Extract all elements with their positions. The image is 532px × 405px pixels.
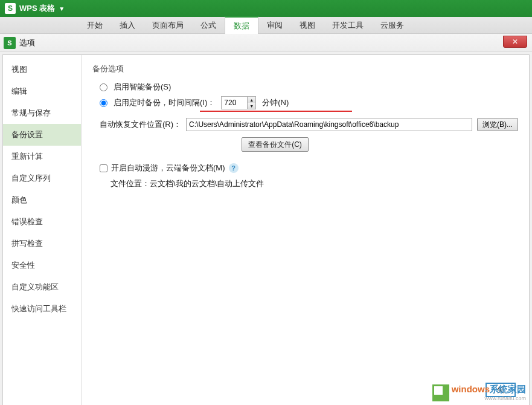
ribbon-tab[interactable]: 开发工具 [324,17,372,34]
recover-path-input[interactable] [186,118,472,131]
ribbon-tab[interactable]: 审阅 [258,17,291,34]
app-title: WPS 表格 [19,3,55,14]
options-content: 备份选项 启用智能备份(S) 启用定时备份，时间间隔(I)： ▲ ▼ 分钟(N)… [82,55,529,405]
roaming-label[interactable]: 开启自动漫游，云端备份文档(M) [111,163,225,173]
spinner-down-icon[interactable]: ▼ [248,103,255,109]
timed-backup-label[interactable]: 启用定时备份，时间间隔(I)： [114,97,215,108]
sidebar-item[interactable]: 自定义功能区 [3,276,81,298]
cloud-path-text: 文件位置：云文档\我的云文档\自动上传文件 [111,178,518,189]
spinner-up-icon[interactable]: ▲ [248,97,255,103]
dialog-header: S 选项 ✕ [0,34,532,52]
dialog-close-button[interactable]: ✕ [503,36,527,48]
dialog-icon: S [4,37,16,49]
view-backup-row: 查看备份文件(C) [32,137,518,152]
interval-input[interactable] [222,97,247,109]
roaming-checkbox[interactable] [100,164,107,172]
sidebar-item[interactable]: 颜色 [3,189,81,211]
ribbon-tab[interactable]: 公式 [192,17,225,34]
sidebar-item[interactable]: 视图 [3,59,81,80]
roaming-row: 开启自动漫游，云端备份文档(M) ? [100,163,518,173]
app-titlebar: S WPS 表格 ▼ [0,0,532,17]
bottom-button[interactable]: 矢 [486,383,516,397]
sidebar-item[interactable]: 安全性 [3,254,81,276]
dialog-body: 视图编辑常规与保存备份设置重新计算自定义序列颜色错误检查拼写检查安全性自定义功能… [2,54,530,405]
sidebar-item[interactable]: 错误检查 [3,211,81,233]
sidebar-item[interactable]: 编辑 [3,80,81,102]
help-icon[interactable]: ? [229,163,239,173]
ribbon-tab[interactable]: 开始 [79,17,111,34]
ribbon-tab[interactable]: 数据 [225,16,258,34]
sidebar-item[interactable]: 常规与保存 [3,102,81,124]
options-sidebar: 视图编辑常规与保存备份设置重新计算自定义序列颜色错误检查拼写检查安全性自定义功能… [3,55,82,405]
section-title: 备份选项 [92,63,518,74]
ribbon-tab[interactable]: 页面布局 [144,17,192,34]
smart-backup-row: 启用智能备份(S) [100,82,518,92]
sidebar-item[interactable]: 自定义序列 [3,167,81,189]
sidebar-item[interactable]: 拼写检查 [3,233,81,254]
recover-path-row: 自动恢复文件位置(R)： 浏览(B)... [100,118,518,131]
smart-backup-radio[interactable] [100,83,107,91]
sidebar-item[interactable]: 快速访问工具栏 [3,298,81,320]
browse-button[interactable]: 浏览(B)... [477,118,518,131]
timed-backup-row: 启用定时备份，时间间隔(I)： ▲ ▼ 分钟(N) [100,96,518,109]
smart-backup-label[interactable]: 启用智能备份(S) [114,82,171,92]
ribbon-tab[interactable]: 云服务 [372,17,412,34]
app-logo-icon: S [5,3,16,14]
minutes-label: 分钟(N) [262,97,289,108]
ribbon-tab[interactable]: 插入 [111,17,144,34]
ribbon-tabs: 开始插入页面布局公式数据审阅视图开发工具云服务 [0,17,532,34]
interval-spinner: ▲ ▼ [221,96,256,109]
timed-backup-radio[interactable] [100,99,107,107]
recover-path-label: 自动恢复文件位置(R)： [100,119,181,130]
app-menu-dropdown-icon[interactable]: ▼ [59,5,65,12]
ribbon-tab[interactable]: 视图 [291,17,324,34]
spinner-buttons: ▲ ▼ [247,97,255,109]
dialog-title: 选项 [19,37,35,48]
view-backup-button[interactable]: 查看备份文件(C) [242,137,309,152]
